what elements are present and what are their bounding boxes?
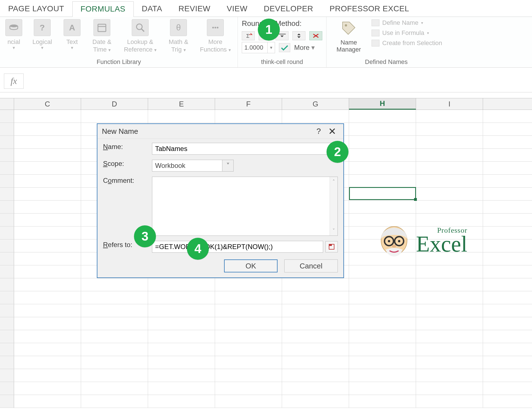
tab-data[interactable]: DATA: [134, 1, 171, 17]
logo-text-big: Excel: [416, 234, 467, 254]
coins-icon: [5, 19, 22, 36]
dialog-titlebar[interactable]: New Name ? ✕: [97, 124, 343, 139]
svg-text:Σ: Σ: [246, 33, 249, 39]
col-header-i[interactable]: I: [416, 98, 483, 110]
tab-formulas[interactable]: FORMULAS: [72, 1, 134, 17]
col-header-h[interactable]: H: [349, 98, 416, 110]
svg-point-23: [392, 245, 396, 248]
group-label: think-cell round: [238, 58, 326, 66]
group-function-library: ncial ▾ ? Logical ▾ A Text ▾ Date & Time…: [0, 17, 238, 67]
scope-dropdown[interactable]: Workbook ˅: [152, 160, 234, 172]
fill-handle[interactable]: [414, 198, 417, 201]
scrollbar[interactable]: ˄˅: [330, 177, 337, 236]
svg-point-0: [10, 25, 18, 27]
btn-logical[interactable]: ? Logical ▾: [26, 19, 58, 51]
svg-point-21: [388, 240, 390, 242]
svg-text:?: ?: [40, 23, 45, 32]
theta-icon: θ: [170, 19, 187, 36]
col-header-f[interactable]: F: [215, 98, 282, 110]
tab-page-layout[interactable]: PAGE LAYOUT: [0, 1, 72, 17]
btn-name-manager[interactable]: Name Manager: [330, 19, 367, 53]
label-l2: Time ▾: [93, 46, 111, 53]
ribbon-tabs: PAGE LAYOUT FORMULAS DATA REVIEW VIEW DE…: [0, 0, 532, 17]
more-button[interactable]: More ▾: [294, 44, 315, 52]
btn-financial[interactable]: ncial ▾: [4, 19, 24, 51]
chevron-down-icon[interactable]: ▼: [267, 42, 275, 53]
round-clear-icon[interactable]: [309, 31, 322, 40]
group-thinkcell: Rounding Method: Σ ▼ More ▾ think-cell r…: [238, 17, 327, 67]
group-label: Defined Names: [327, 58, 446, 66]
range-picker-button[interactable]: [325, 241, 338, 252]
chevron-down-icon: ▾: [71, 45, 73, 50]
name-input[interactable]: [152, 143, 338, 155]
dialog-title-text: New Name: [102, 127, 138, 136]
chevron-down-icon: ▾: [108, 48, 111, 52]
name-label: Name:: [103, 143, 148, 151]
svg-rect-16: [329, 244, 332, 246]
round-both-icon[interactable]: [292, 31, 305, 40]
label-l2: Trig ▾: [171, 46, 185, 53]
svg-point-9: [214, 27, 216, 28]
btn-date-time[interactable]: Date & Time ▾: [86, 19, 118, 53]
label-l2: Reference ▾: [124, 46, 157, 53]
btn-define-name[interactable]: Define Name ▾: [372, 19, 442, 26]
close-button[interactable]: ✕: [325, 126, 339, 137]
label: Logical: [32, 38, 52, 45]
tab-view[interactable]: VIEW: [219, 1, 256, 17]
callout-four: 4: [187, 238, 209, 260]
professor-face-icon: [377, 224, 411, 257]
more-icon: [207, 19, 224, 36]
svg-text:θ: θ: [176, 23, 181, 32]
cancel-button[interactable]: Cancel: [284, 259, 338, 272]
sigma-round-icon[interactable]: Σ: [242, 31, 255, 40]
ok-button[interactable]: OK: [224, 259, 278, 272]
tab-professor-excel[interactable]: PROFESSOR EXCEL: [321, 1, 417, 17]
svg-rect-3: [98, 24, 106, 32]
refers-input[interactable]: [152, 241, 323, 253]
col-header-c[interactable]: C: [14, 98, 81, 110]
chevron-down-icon: ▾: [229, 48, 231, 52]
label-l1: Lookup &: [127, 38, 153, 45]
label-l1: More: [208, 38, 222, 45]
callout-one: 1: [258, 19, 280, 41]
formula-input[interactable]: [28, 74, 532, 89]
apply-icon[interactable]: [279, 43, 290, 52]
svg-point-10: [217, 27, 218, 28]
col-header-g[interactable]: G: [282, 98, 349, 110]
comment-label: Comment:: [103, 177, 148, 185]
svg-point-8: [212, 27, 214, 28]
chevron-down-icon: ▾: [184, 48, 186, 52]
column-headers: C D E F G H I: [0, 98, 532, 110]
btn-use-in-formula[interactable]: Use in Formula ▾: [372, 29, 442, 37]
chevron-down-icon[interactable]: ˅: [332, 228, 335, 234]
btn-lookup[interactable]: Lookup & Reference ▾: [120, 19, 160, 53]
comment-textarea[interactable]: ˄˅: [152, 177, 338, 236]
precision-dropdown[interactable]: ▼: [242, 42, 275, 53]
chevron-down-icon[interactable]: ˅: [222, 160, 233, 171]
tab-review[interactable]: REVIEW: [170, 1, 218, 17]
active-cell[interactable]: [349, 187, 416, 200]
btn-more-functions[interactable]: More Functions ▾: [197, 19, 234, 53]
help-button[interactable]: ?: [312, 127, 325, 136]
label-l1: Date &: [92, 38, 111, 45]
col-header-gutter[interactable]: [0, 98, 14, 110]
scope-label: Scope:: [103, 160, 148, 168]
btn-text[interactable]: A Text ▾: [61, 19, 83, 51]
selection-icon: [372, 40, 379, 46]
precision-value[interactable]: [242, 43, 267, 52]
dialog-new-name: New Name ? ✕ Name: Scope: Workbook ˅ Com…: [97, 123, 344, 278]
calendar-icon: [93, 19, 110, 36]
btn-math[interactable]: θ Math & Trig ▾: [163, 19, 194, 53]
col-header-d[interactable]: D: [81, 98, 148, 110]
fx-button[interactable]: fx: [4, 74, 24, 89]
search-icon: [132, 19, 149, 36]
scope-value: Workbook: [152, 160, 222, 171]
btn-create-from-selection[interactable]: Create from Selection: [372, 39, 442, 47]
svg-line-6: [141, 29, 144, 32]
label: Text: [66, 38, 78, 45]
chevron-down-icon: ▾: [154, 48, 157, 52]
label: ncial: [7, 38, 20, 45]
tab-developer[interactable]: DEVELOPER: [256, 1, 321, 17]
chevron-up-icon[interactable]: ˄: [332, 179, 335, 185]
col-header-e[interactable]: E: [148, 98, 215, 110]
